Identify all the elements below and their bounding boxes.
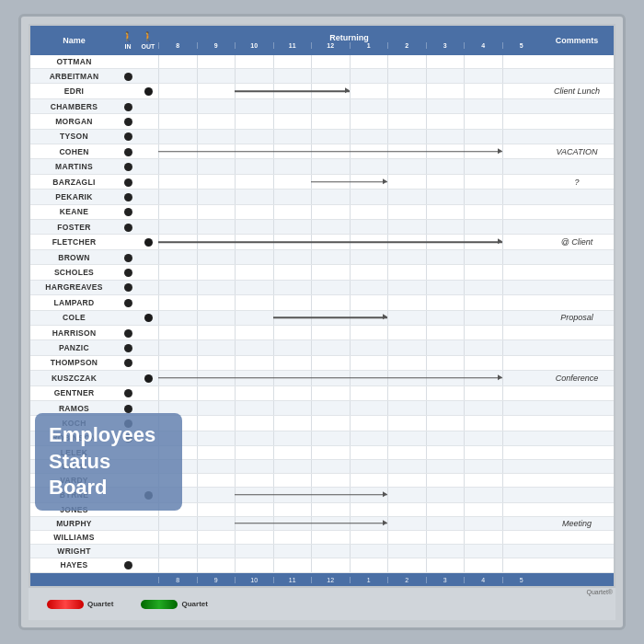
comment-text: @ Client xyxy=(540,237,614,247)
employee-name: FOSTER xyxy=(30,223,118,232)
out-indicator xyxy=(138,234,158,250)
table-row: HAYES xyxy=(30,558,614,573)
employee-name: BARZAGLI xyxy=(30,178,118,187)
return-arrow xyxy=(273,316,388,318)
return-arrow xyxy=(235,90,350,92)
employee-name: LAMPARD xyxy=(30,298,118,307)
returning-header: Returning 8910111212345 xyxy=(158,33,540,49)
employee-name: PANZIC xyxy=(30,343,118,352)
returning-cells xyxy=(158,99,540,113)
returning-cells xyxy=(158,235,540,248)
in-indicator xyxy=(118,98,138,115)
table-row: KEANE xyxy=(30,205,614,220)
in-indicator xyxy=(118,325,138,341)
in-indicator xyxy=(118,158,138,175)
out-header: 🚶 OUT xyxy=(138,31,158,50)
in-indicator xyxy=(118,144,138,160)
table-row: LAMPARD xyxy=(30,295,614,310)
in-indicator xyxy=(118,68,138,85)
return-arrow xyxy=(158,241,502,243)
in-indicator xyxy=(118,279,138,295)
in-indicator xyxy=(118,385,138,401)
red-pen xyxy=(47,600,84,609)
employee-name: PEKARIK xyxy=(30,192,118,201)
table-row: COLEProposal xyxy=(30,311,614,326)
employee-name: BROWN xyxy=(30,253,118,262)
returning-cells xyxy=(158,371,540,385)
in-indicator xyxy=(118,174,138,190)
board-header: Name 🚶 IN 🚶 OUT Returning 8910111212345 xyxy=(30,26,614,55)
returning-cells xyxy=(158,416,540,430)
employee-name: OTTMAN xyxy=(30,57,118,66)
table-row: ARBEITMAN xyxy=(30,69,614,84)
returning-cells xyxy=(158,175,540,189)
employee-name: HAYES xyxy=(30,560,118,569)
table-row: MURPHYMeeting xyxy=(30,517,614,531)
in-indicator xyxy=(118,189,138,205)
returning-cells xyxy=(158,311,540,325)
name-header: Name xyxy=(30,34,118,47)
returning-cells xyxy=(158,356,540,370)
returning-cells xyxy=(158,114,540,128)
green-pen-item: Quartet xyxy=(141,600,207,609)
returning-cells xyxy=(158,386,540,400)
employee-name: ARBEITMAN xyxy=(30,72,118,81)
returning-cells xyxy=(158,460,540,473)
red-pen-brand: Quartet xyxy=(87,600,113,608)
table-row: SCHOLES xyxy=(30,265,614,280)
employee-name: CHAMBERS xyxy=(30,102,118,111)
returning-cells xyxy=(158,431,540,445)
returning-cells xyxy=(158,250,540,264)
returning-cells xyxy=(158,326,540,339)
returning-cells xyxy=(158,69,540,83)
overlay-employees-label: EmployeesStatusBoard xyxy=(35,413,182,511)
employee-name: EDRI xyxy=(30,86,118,96)
returning-cells xyxy=(158,220,540,234)
employee-name: COHEN xyxy=(30,147,118,156)
returning-cells xyxy=(158,531,540,544)
employee-name: HARGREAVES xyxy=(30,282,118,292)
table-row: COHENVACATION xyxy=(30,144,614,159)
returning-cells xyxy=(158,295,540,309)
table-row: GENTNER xyxy=(30,386,614,401)
table-row: KUSZCZAKConference xyxy=(30,371,614,385)
in-indicator xyxy=(118,219,138,236)
table-row: BARZAGLI? xyxy=(30,175,614,190)
returning-cells xyxy=(158,488,540,501)
table-row: PANZIC xyxy=(30,340,614,355)
out-indicator xyxy=(138,309,158,326)
returning-cells xyxy=(158,503,540,516)
red-pen-item: Quartet xyxy=(47,600,113,609)
employee-name: GENTNER xyxy=(30,388,118,397)
returning-cells xyxy=(158,84,540,98)
return-arrow xyxy=(235,494,387,496)
returning-cells xyxy=(158,558,540,572)
employee-name: MARTINS xyxy=(30,162,118,171)
in-header: 🚶 IN xyxy=(118,31,138,50)
in-indicator xyxy=(118,354,138,371)
table-row: FLETCHER@ Client xyxy=(30,235,614,249)
returning-cells xyxy=(158,446,540,459)
green-pen-brand: Quartet xyxy=(181,600,207,608)
green-pen xyxy=(141,600,178,609)
in-indicator xyxy=(118,557,138,573)
comment-text: Client Lunch xyxy=(540,86,614,96)
returning-cells xyxy=(158,474,540,487)
table-row: MORGAN xyxy=(30,114,614,129)
in-indicator xyxy=(118,113,138,130)
employee-name: KEANE xyxy=(30,207,118,216)
table-row: THOMPSON xyxy=(30,356,614,371)
employee-name: KUSZCZAK xyxy=(30,374,118,383)
comment-text: Meeting xyxy=(540,519,614,528)
table-row: WILLIAMS xyxy=(30,531,614,545)
table-row: CHAMBERS xyxy=(30,99,614,114)
comment-text: Conference xyxy=(540,374,614,383)
returning-cells xyxy=(158,340,540,354)
employee-name: SCHOLES xyxy=(30,268,118,277)
in-indicator xyxy=(118,128,138,144)
comment-text: Proposal xyxy=(540,313,614,322)
returning-cells xyxy=(158,265,540,279)
out-indicator xyxy=(138,83,158,99)
employee-name: MORGAN xyxy=(30,117,118,126)
return-arrow xyxy=(311,181,387,183)
